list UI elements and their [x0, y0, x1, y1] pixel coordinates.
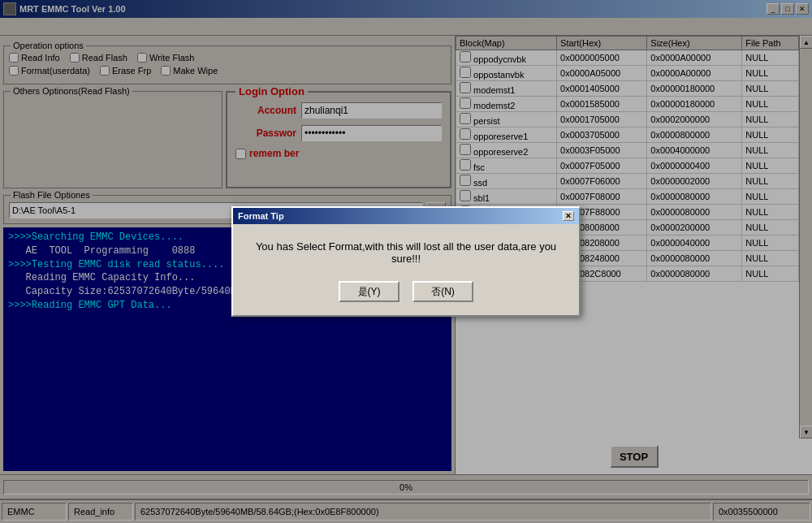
modal-close-button[interactable]: ✕: [563, 211, 574, 221]
modal-title-bar: Format Tip ✕: [233, 208, 579, 224]
modal-window: Format Tip ✕ You has Select Format,with …: [231, 206, 581, 317]
modal-title: Format Tip: [238, 211, 284, 221]
modal-message: You has Select Format,with this will los…: [249, 240, 563, 265]
modal-no-button[interactable]: 否(N): [412, 281, 473, 302]
modal-overlay: Format Tip ✕ You has Select Format,with …: [0, 0, 812, 523]
modal-body: You has Select Format,with this will los…: [233, 224, 579, 315]
modal-yes-button[interactable]: 是(Y): [339, 281, 400, 302]
modal-buttons: 是(Y) 否(N): [249, 281, 563, 302]
